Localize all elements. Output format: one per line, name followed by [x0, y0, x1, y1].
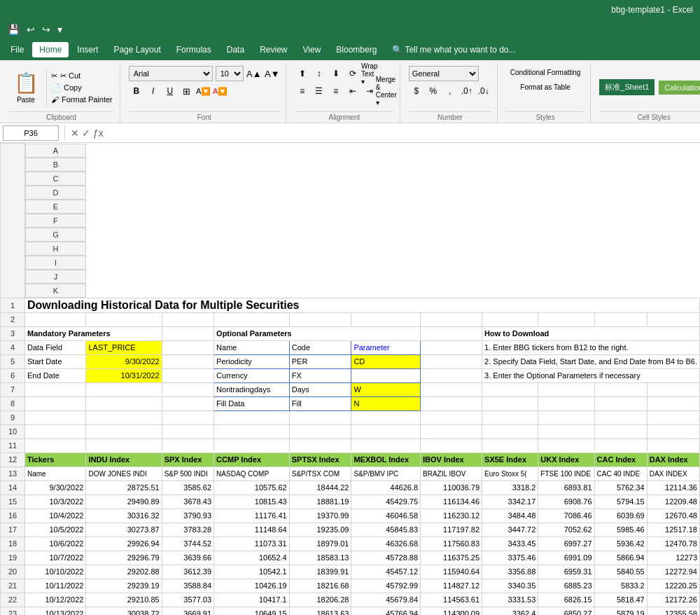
- cell-data-r14-c5[interactable]: 44626.8: [351, 481, 421, 495]
- cell-B10[interactable]: [86, 424, 162, 438]
- cell-B6[interactable]: 10/31/2022: [86, 368, 162, 382]
- cell-data-r22-c2[interactable]: 3577.03: [162, 593, 214, 607]
- cell-data-r21-c4[interactable]: 18216.68: [289, 579, 351, 593]
- align-bottom-button[interactable]: ⬇: [328, 66, 344, 81]
- cell-data-r18-c10[interactable]: 12470.78: [647, 537, 699, 551]
- cell-G9[interactable]: [421, 410, 482, 424]
- align-middle-button[interactable]: ↕: [312, 66, 327, 81]
- cell-data-r22-c10[interactable]: 12172.26: [647, 593, 699, 607]
- font-name-select[interactable]: Arial: [129, 66, 213, 81]
- font-size-select[interactable]: 10: [216, 66, 244, 81]
- cell-J2[interactable]: [594, 312, 647, 326]
- paste-button[interactable]: 📋 Paste: [8, 69, 43, 106]
- cell-data-r21-c9[interactable]: 5833.2: [594, 579, 647, 593]
- align-left-button[interactable]: ≡: [295, 83, 310, 99]
- cell-A2[interactable]: [25, 312, 86, 326]
- cell-data-r20-c1[interactable]: 29202.88: [86, 565, 162, 579]
- cell-data-r15-c9[interactable]: 5794.15: [594, 495, 647, 509]
- cell-data-r21-c1[interactable]: 29239.19: [86, 579, 162, 593]
- cell-data-r18-c9[interactable]: 5936.42: [594, 537, 647, 551]
- cell-G7[interactable]: [421, 382, 482, 396]
- cell-E2[interactable]: [289, 312, 351, 326]
- cell-data-r14-c4[interactable]: 18444.22: [289, 481, 351, 495]
- cell-data-r19-c10[interactable]: 12273: [647, 551, 699, 565]
- cell-B4[interactable]: LAST_PRICE: [86, 340, 162, 354]
- cell-data-r19-c0[interactable]: 10/7/2022: [25, 551, 86, 565]
- cell-C7[interactable]: [162, 382, 214, 396]
- cell-name-4[interactable]: S&P/TSX COM: [289, 467, 351, 481]
- cell-data-r16-c7[interactable]: 3484.48: [482, 509, 538, 523]
- cell-data-r21-c2[interactable]: 3588.84: [162, 579, 214, 593]
- cell-data-r14-c6[interactable]: 110036.79: [421, 481, 482, 495]
- cell-data-r18-c8[interactable]: 6997.27: [538, 537, 594, 551]
- cell-D3[interactable]: Optional Parameters: [214, 326, 421, 340]
- cell-C4[interactable]: [162, 340, 214, 354]
- cell-data-r20-c0[interactable]: 10/10/2022: [25, 565, 86, 579]
- cell-data-r20-c10[interactable]: 12272.94: [647, 565, 699, 579]
- cell-data-r18-c0[interactable]: 10/6/2022: [25, 537, 86, 551]
- cell-data-r17-c10[interactable]: 12517.18: [647, 523, 699, 537]
- merge-center-button[interactable]: Merge & Center ▾: [379, 83, 394, 99]
- bold-button[interactable]: B: [129, 83, 144, 99]
- cell-I10[interactable]: [538, 424, 594, 438]
- cell-K11[interactable]: [647, 438, 699, 452]
- cell-I8[interactable]: [538, 396, 594, 410]
- cell-H8[interactable]: [482, 396, 538, 410]
- col-header-J[interactable]: J: [25, 270, 86, 284]
- cell-data-r20-c9[interactable]: 5840.55: [594, 565, 647, 579]
- cell-H2[interactable]: [482, 312, 538, 326]
- cell-data-r18-c5[interactable]: 46326.68: [351, 537, 421, 551]
- format-as-table-button[interactable]: Format as Table: [516, 81, 575, 94]
- increase-decimal-button[interactable]: .0↑: [459, 83, 475, 99]
- cell-G2[interactable]: [421, 312, 482, 326]
- menu-page-layout[interactable]: Page Layout: [106, 42, 167, 57]
- cell-name-7[interactable]: Euro Stoxx 5(: [482, 467, 538, 481]
- cell-K9[interactable]: [647, 410, 699, 424]
- cell-C5[interactable]: [162, 354, 214, 368]
- cell-G3[interactable]: [421, 326, 482, 340]
- cell-D9[interactable]: [214, 410, 290, 424]
- cell-data-r21-c7[interactable]: 3340.35: [482, 579, 538, 593]
- cell-H10[interactable]: [482, 424, 538, 438]
- cell-data-r20-c3[interactable]: 10542.1: [214, 565, 290, 579]
- cell-name-6[interactable]: BRAZIL IBOV: [421, 467, 482, 481]
- cell-A11[interactable]: [25, 438, 86, 452]
- cell-A3[interactable]: Mandatory Parameters: [25, 326, 162, 340]
- cell-data-r18-c4[interactable]: 18979.01: [289, 537, 351, 551]
- redo-button[interactable]: ↪: [40, 22, 52, 36]
- cell-styles-button[interactable]: 标准_Sheet1: [599, 79, 654, 95]
- cell-J11[interactable]: [594, 438, 647, 452]
- cell-E9[interactable]: [289, 410, 351, 424]
- cell-data-r21-c5[interactable]: 45792.99: [351, 579, 421, 593]
- cell-data-r16-c5[interactable]: 46046.58: [351, 509, 421, 523]
- cell-F10[interactable]: [351, 424, 421, 438]
- cell-data-r22-c6[interactable]: 114563.61: [421, 593, 482, 607]
- menu-file[interactable]: File: [4, 42, 31, 57]
- cell-data-r23-c9[interactable]: 5879.19: [594, 607, 647, 615]
- col-header-B[interactable]: B: [25, 158, 86, 172]
- cell-data-r14-c1[interactable]: 28725.51: [86, 481, 162, 495]
- cell-data-r22-c5[interactable]: 45679.84: [351, 593, 421, 607]
- cell-data-r19-c6[interactable]: 116375.25: [421, 551, 482, 565]
- cell-G10[interactable]: [421, 424, 482, 438]
- align-right-button[interactable]: ≡: [328, 83, 344, 99]
- cell-data-r22-c8[interactable]: 6826.15: [538, 593, 594, 607]
- cell-H11[interactable]: [482, 438, 538, 452]
- cell-J9[interactable]: [594, 410, 647, 424]
- cell-C11[interactable]: [162, 438, 214, 452]
- cell-I11[interactable]: [538, 438, 594, 452]
- cell-data-r15-c6[interactable]: 116134.46: [421, 495, 482, 509]
- cell-F8[interactable]: N: [351, 396, 421, 410]
- cut-button[interactable]: ✂ ✂ Cut: [50, 71, 114, 81]
- col-header-E[interactable]: E: [25, 200, 86, 214]
- cell-data-r18-c3[interactable]: 11073.31: [214, 537, 290, 551]
- cell-C3[interactable]: [162, 326, 214, 340]
- cell-data-r16-c2[interactable]: 3790.93: [162, 509, 214, 523]
- cell-name-10[interactable]: DAX INDEX: [647, 467, 699, 481]
- cell-A9[interactable]: [25, 410, 86, 424]
- cell-A6[interactable]: End Date: [25, 368, 86, 382]
- cell-data-r16-c1[interactable]: 30316.32: [86, 509, 162, 523]
- cell-D7[interactable]: Nontradingdays: [214, 382, 290, 396]
- cell-data-r23-c10[interactable]: 12355.58: [647, 607, 699, 615]
- cell-data-r14-c8[interactable]: 6893.81: [538, 481, 594, 495]
